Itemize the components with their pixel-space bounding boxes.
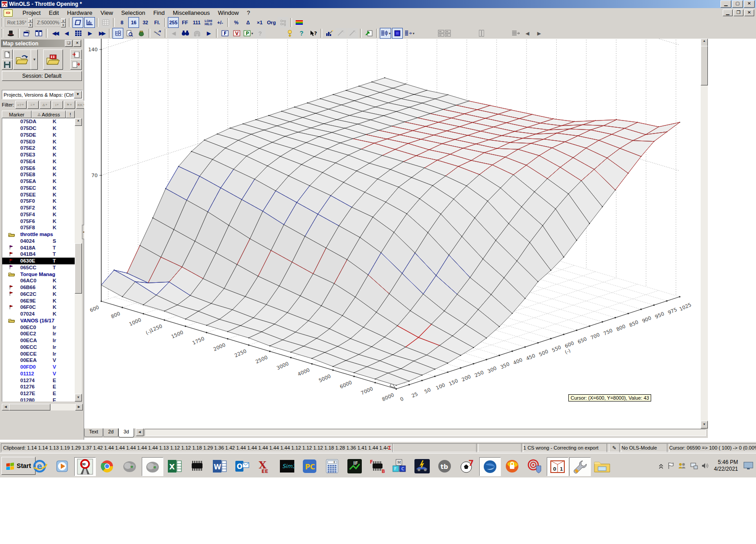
maximize-button[interactable]: ▢	[732, 0, 743, 8]
taskbar-icon-evc-grey-1[interactable]: e	[119, 457, 140, 475]
map-3d-view[interactable]: 7014060080010001250150017502000225025003…	[84, 39, 700, 428]
map-row-075E4[interactable]: 075E4K	[2, 158, 75, 165]
map-row-075EE[interactable]: 075EEK	[2, 191, 75, 198]
map-row-075EA[interactable]: 075EAK	[2, 178, 75, 185]
taskbar-icon-chrome[interactable]	[97, 457, 117, 475]
view-vertical-scrollbar[interactable]: ▲ ▼	[701, 39, 708, 428]
scroll-thumb-h[interactable]	[9, 404, 50, 410]
toolbar-button-lohi-hilo[interactable]: LOHIHILO	[203, 17, 214, 28]
toolbar-button-sack[interactable]	[136, 28, 147, 39]
taskbar-icon-thunderbird[interactable]	[479, 457, 501, 476]
filter-button-x[interactable]: ≡▼	[27, 101, 39, 109]
map-row-075E0[interactable]: 075E0K	[2, 138, 75, 145]
map-row-06E9E[interactable]: 06E9EK	[2, 297, 75, 304]
toolbar-button-nav-grid[interactable]	[73, 28, 84, 39]
mdi-restore-button[interactable]: ❐	[734, 9, 743, 16]
taskbar-icon-folder-win[interactable]	[592, 457, 612, 475]
panel-close-button[interactable]: ✕	[73, 40, 81, 47]
view-scroll-thumb[interactable]	[701, 46, 708, 85]
menu-view[interactable]: View	[96, 9, 117, 17]
taskbar-icon-sims3[interactable]: Sim3	[277, 457, 297, 475]
toolbar-button-rainbow[interactable]	[294, 17, 305, 28]
map-row-075E8[interactable]: 075E8K	[2, 171, 75, 178]
menu-find[interactable]: Find	[149, 9, 169, 17]
map-row-075E6[interactable]: 075E6K	[2, 165, 75, 171]
toolbar-button-grid-table[interactable]	[100, 17, 111, 28]
toolbar-button-help-teal[interactable]: ?	[296, 28, 307, 39]
rotation-field-spinner[interactable]: ▲▼	[28, 18, 33, 27]
toolbar-button-split-pane[interactable]	[437, 28, 452, 39]
taskbar-icon-x-editor[interactable]: XEE	[254, 457, 275, 475]
menu-project[interactable]: Project	[18, 9, 45, 17]
toolbar-button-rows-vertical[interactable]: ▾	[380, 28, 391, 39]
map-folder-row[interactable]: throttle maps	[2, 231, 75, 238]
menu-window[interactable]: Window	[214, 9, 243, 17]
map-row-06F0C[interactable]: 06F0CK	[2, 304, 75, 311]
menu-selection[interactable]: Selection	[117, 9, 149, 17]
menu-?[interactable]: ?	[243, 9, 254, 17]
map-row-01280[interactable]: 01280E	[2, 397, 75, 402]
toolbar-button-arrow-prev-grey[interactable]: ◀	[168, 28, 179, 39]
open-project-dropdown[interactable]: ▼	[31, 49, 38, 70]
toolbar-button-rows-right[interactable]: ▾	[404, 28, 415, 39]
toolbar-button-letter-P[interactable]: P▾	[243, 28, 254, 39]
map-row-00ECC[interactable]: 00ECCIr	[2, 344, 75, 351]
taskbar-icon-car-tuner[interactable]	[412, 457, 432, 475]
menu-miscellaneous[interactable]: Miscellaneous	[169, 9, 214, 17]
taskbar-icon-binary-box[interactable]: 01	[547, 457, 568, 476]
zoom-field-spinner[interactable]: ▲▼	[61, 18, 66, 27]
scroll-up-button[interactable]: ▲	[75, 118, 82, 126]
taskbar-icon-eprom-chip[interactable]	[187, 457, 207, 475]
sum-icon[interactable]: Σ	[388, 445, 391, 450]
map-row-06C2C[interactable]: 06C2CK	[2, 291, 75, 298]
toolbar-button-tree-view[interactable]	[112, 28, 123, 39]
toolbar-button-arrow-left[interactable]: ◀	[522, 28, 533, 39]
import-project-button[interactable]	[43, 49, 63, 70]
toolbar-button-wand-grey[interactable]	[336, 28, 346, 39]
taskbar-icon-tb-tool[interactable]: tb	[434, 457, 455, 475]
toolbar-button-org-org[interactable]: OrgOrg	[278, 17, 288, 28]
taskbar-icon-radar-shield[interactable]	[524, 457, 545, 475]
panel-pin-button[interactable]: ❏	[65, 40, 72, 47]
tab-text[interactable]: Text	[84, 428, 103, 437]
column-flag[interactable]: !	[66, 111, 75, 118]
toolbar-button-window-copy[interactable]	[22, 28, 32, 39]
minimize-button[interactable]: ▁	[720, 0, 731, 8]
map-row-075E3[interactable]: 075E3K	[2, 152, 75, 158]
map-row-0418A[interactable]: 0418AT	[2, 244, 75, 251]
map-row-075F4[interactable]: 075F4K	[2, 211, 75, 218]
toolbar-button-io-pane[interactable]	[510, 28, 521, 39]
map-row-06B66[interactable]: 06B66K	[2, 284, 75, 291]
scope-dropdown[interactable]: Projects, Versions & Maps: (Ctrl ▼	[2, 90, 83, 99]
toolbar-button-8[interactable]: 8	[117, 17, 127, 28]
toolbar-button-arrow-next[interactable]: ▶	[203, 28, 214, 39]
export-map-button[interactable]	[70, 59, 82, 70]
toolbar-button-16[interactable]: 16	[128, 17, 139, 28]
zoom-field[interactable]: Z:50000%	[35, 18, 61, 27]
column-marker[interactable]: Marker	[2, 111, 32, 118]
map-row-00EEA[interactable]: 00EEAV	[2, 357, 75, 364]
taskbar-icon-outlook[interactable]: O	[232, 457, 252, 475]
toolbar-button--[interactable]: %	[231, 17, 242, 28]
toolbar-button-chart-wand[interactable]	[324, 28, 335, 39]
map-row-075F6[interactable]: 075F6K	[2, 218, 75, 224]
map-row-06AC0[interactable]: 06AC0K	[2, 277, 75, 284]
taskbar-icon-fb-chip[interactable]: FB	[367, 457, 387, 475]
tab-3d[interactable]: 3d	[118, 428, 134, 437]
toolbar-button-letter-F[interactable]: F	[220, 28, 230, 39]
map-row-075EC[interactable]: 075ECK	[2, 185, 75, 192]
taskbar-icon-evc-grey-2[interactable]: e	[142, 457, 163, 476]
show-desktop-icon[interactable]	[743, 462, 753, 470]
menu-edit[interactable]: Edit	[45, 9, 63, 17]
toolbar-button-pause-pane[interactable]	[476, 28, 487, 39]
toolbar-button-square-blue[interactable]	[392, 28, 403, 39]
toolbar-button-nav-next[interactable]: ▶	[85, 28, 95, 39]
column-address[interactable]: △Address	[32, 111, 66, 118]
toolbar-button-page-green[interactable]	[364, 28, 374, 39]
scroll-left-button[interactable]: ◀	[2, 404, 9, 410]
toolbar-button-zoom-page[interactable]	[124, 28, 135, 39]
scroll-right-button[interactable]: ▶	[75, 404, 83, 410]
toolbar-button-wand-grey2[interactable]	[347, 28, 358, 39]
filter-button-=?[interactable]: =?▼	[15, 101, 27, 109]
toolbar-button-fl-[interactable]: Fl.	[152, 17, 162, 28]
